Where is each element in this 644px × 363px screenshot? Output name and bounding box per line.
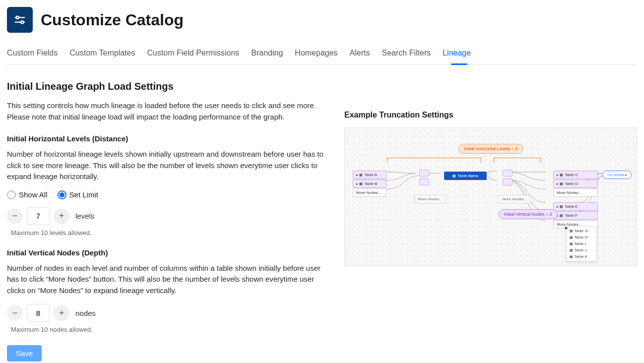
table-icon: ▸ ▦: [356, 173, 363, 177]
tab-branding[interactable]: Branding: [251, 45, 283, 64]
diagram-node: ▸ ▦Table C: [553, 171, 598, 179]
badge-horizontal: Initial Horizontal Levels = 2: [458, 144, 523, 154]
levels-hint: Maximum 10 levels allowed.: [11, 229, 324, 237]
diagram-pill: [419, 179, 429, 185]
tab-lineage[interactable]: Lineage: [443, 45, 471, 64]
table-icon: ▸ ▦: [557, 214, 563, 218]
diagram-more-nodes: More Nodes...: [499, 195, 530, 203]
example-title: Example Truncation Settings: [344, 111, 637, 120]
table-icon: ▦: [452, 174, 456, 178]
example-diagram: Initial Horizontal Levels = 2 ▸ ▦Table A…: [344, 127, 637, 266]
dropdown-item: ▦ Table I: [567, 241, 596, 247]
tab-alerts[interactable]: Alerts: [350, 45, 370, 64]
tab-custom-fields[interactable]: Custom Fields: [7, 45, 58, 64]
table-icon: ▦: [570, 248, 573, 252]
horizontal-desc: Number of horizontal lineage levels show…: [7, 149, 324, 182]
diagram-pill: [503, 170, 513, 177]
table-icon: ▦: [570, 236, 573, 239]
diagram-more-nodes: More Nodes...: [553, 188, 598, 197]
diagram-node: ▸ ▦Table F: [553, 211, 598, 220]
table-icon: ▸ ▦: [557, 205, 563, 209]
diagram-node: ▸ ▦Table E: [553, 202, 598, 211]
table-icon: ▸ ▦: [557, 173, 563, 177]
diagram-pill: [419, 170, 429, 177]
customize-icon: [7, 7, 33, 33]
levels-input[interactable]: [27, 207, 50, 225]
nodes-input[interactable]: [27, 304, 50, 322]
radio-icon: [58, 190, 66, 199]
save-button[interactable]: Save: [7, 345, 42, 362]
dropdown-item: ▦ Table J: [567, 247, 596, 253]
levels-unit: levels: [75, 212, 94, 220]
increment-button[interactable]: +: [54, 305, 69, 321]
nodes-unit: nodes: [75, 309, 96, 317]
table-icon: ▦: [570, 242, 573, 245]
cursor-icon: ➤: [564, 225, 568, 231]
vertical-title: Initial Vertical Nodes (Depth): [7, 248, 324, 257]
diagram-levels-button: +4 Levels ▸: [602, 171, 632, 179]
nodes-hint: Maximum 10 nodes allowed.: [11, 326, 324, 333]
radio-label: Show All: [19, 190, 48, 199]
increment-button[interactable]: +: [54, 208, 69, 224]
table-icon: ▦: [570, 255, 573, 258]
tab-custom-field-permissions[interactable]: Custom Field Permissions: [147, 45, 239, 64]
page-title: Customize Catalog: [41, 11, 184, 29]
diagram-center-node: ▦Table Alpha: [444, 172, 487, 180]
tabs: Custom Fields Custom Templates Custom Fi…: [7, 45, 637, 65]
table-icon: ▸ ▦: [356, 182, 363, 186]
tab-search-filters[interactable]: Search Filters: [382, 45, 431, 64]
radio-set-limit[interactable]: Set Limit: [58, 190, 98, 199]
section-desc: This setting controls how much lineage i…: [7, 100, 324, 122]
radio-icon: [7, 190, 16, 199]
diagram-dropdown: ▦ Table G ▦ Table H ▦ Table I ▦ Table J …: [566, 226, 597, 261]
diagram-more-nodes: More Nodes...: [414, 195, 446, 203]
tab-custom-templates[interactable]: Custom Templates: [69, 45, 135, 64]
badge-vertical: Initial Vertical Nodes = 2: [499, 209, 558, 219]
diagram-node: ▸ ▦Table D: [553, 180, 598, 188]
diagram-pill: [503, 179, 513, 185]
decrement-button[interactable]: −: [7, 305, 23, 321]
section-title: Initial Lineage Graph Load Settings: [7, 81, 324, 92]
diagram-node: ▸ ▦Table A: [353, 171, 386, 179]
tab-homepages[interactable]: Homepages: [295, 45, 337, 64]
radio-show-all[interactable]: Show All: [7, 190, 48, 199]
diagram-node: ▸ ▦Table B: [353, 180, 386, 188]
diagram-more-nodes: More Nodes...: [353, 188, 386, 197]
table-icon: ▦: [570, 229, 573, 233]
vertical-desc: Number of nodes in each level and number…: [7, 263, 324, 297]
dropdown-item: ▦ Table G: [567, 228, 596, 234]
dropdown-item: ▦ Table K: [567, 253, 596, 260]
dropdown-item: ▦ Table H: [567, 234, 596, 241]
table-icon: ▸ ▦: [557, 182, 563, 186]
horizontal-title: Initial Horizontal Levels (Distance): [7, 134, 324, 143]
radio-label: Set Limit: [69, 190, 98, 199]
decrement-button[interactable]: −: [7, 208, 23, 224]
